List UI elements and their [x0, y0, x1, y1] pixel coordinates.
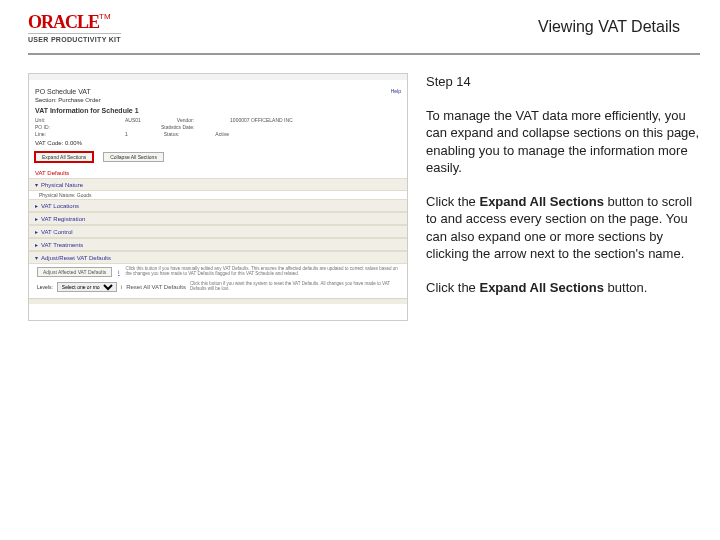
- reset-all-vat-defaults-button[interactable]: Reset All VAT Defaults: [126, 284, 186, 290]
- instruction-p3: Click the Expand All Sections button.: [426, 279, 700, 297]
- vendor-value: 1000007 OFFICELAND INC: [230, 117, 293, 123]
- upk-subtitle: USER PRODUCTIVITY KIT: [28, 33, 121, 43]
- po-schedule-title: PO Schedule VAT: [29, 88, 407, 95]
- chevron-right-icon: ▸: [35, 242, 38, 248]
- header: ORACLETM USER PRODUCTIVITY KIT Viewing V…: [0, 0, 720, 47]
- oracle-upk-logo: ORACLETM USER PRODUCTIVITY KIT: [28, 12, 121, 43]
- section-label: Physical Nature: [41, 182, 83, 188]
- footer-bar: [29, 298, 407, 304]
- app-screenshot: PO Schedule VAT Help Section: Purchase O…: [28, 73, 408, 321]
- status-value: Active: [215, 131, 229, 137]
- instruction-column: Step 14 To manage the VAT data more effi…: [426, 73, 700, 321]
- section-vat-locations[interactable]: ▸VAT Locations: [29, 199, 407, 212]
- adjust-defaults-row: Adjust Affected VAT Defaults i Click thi…: [29, 264, 407, 280]
- section-vat-control[interactable]: ▸VAT Control: [29, 225, 407, 238]
- chevron-right-icon: ▸: [35, 229, 38, 235]
- instruction-p2: Click the Expand All Sections button to …: [426, 193, 700, 263]
- expand-collapse-row: Expand All Sections Collapse All Section…: [29, 148, 407, 166]
- collapse-all-sections-button[interactable]: Collapse All Sections: [103, 152, 164, 162]
- content-body: PO Schedule VAT Help Section: Purchase O…: [0, 55, 720, 321]
- oracle-logo: ORACLE: [28, 12, 99, 32]
- section-physical-nature[interactable]: ▾Physical Nature: [29, 178, 407, 191]
- trademark: TM: [99, 12, 111, 21]
- levels-label: Levels:: [37, 284, 53, 290]
- screenshot-column: PO Schedule VAT Help Section: Purchase O…: [28, 73, 408, 321]
- line-value: 1: [125, 131, 128, 137]
- reset-help-text: Click this button if you want the system…: [190, 282, 399, 292]
- po-id-label: PO ID:: [35, 124, 89, 130]
- instruction-p1: To manage the VAT data more efficiently,…: [426, 107, 700, 177]
- adjust-help-text: Click this button if you have manually e…: [125, 267, 399, 277]
- physical-nature-value: Physical Nature: Goods: [29, 191, 407, 199]
- info-icon[interactable]: i: [118, 269, 119, 275]
- section-label: VAT Treatments: [41, 242, 83, 248]
- help-link[interactable]: Help: [391, 88, 401, 94]
- chevron-right-icon: ▸: [35, 203, 38, 209]
- section-label: VAT Locations: [41, 203, 79, 209]
- info-icon[interactable]: i: [121, 284, 122, 290]
- vat-rate: VAT Code: 0.00%: [29, 138, 407, 148]
- expand-all-sections-button[interactable]: Expand All Sections: [35, 152, 93, 162]
- breadcrumb: [29, 80, 407, 88]
- unit-label: Unit:: [35, 117, 89, 123]
- chevron-right-icon: ▸: [35, 216, 38, 222]
- section-label: VAT Control: [41, 229, 73, 235]
- expand-all-bold: Expand All Sections: [479, 280, 604, 295]
- line-label: Line:: [35, 131, 89, 137]
- chevron-down-icon: ▾: [35, 182, 38, 188]
- levels-select[interactable]: Select one or more levels: [57, 282, 117, 292]
- adjust-affected-vat-defaults-button[interactable]: Adjust Affected VAT Defaults: [37, 267, 112, 277]
- levels-row: Levels: Select one or more levels i Rese…: [29, 280, 407, 292]
- vat-info-heading: VAT Information for Schedule 1: [29, 103, 407, 116]
- unit-value: AUS01: [125, 117, 141, 123]
- section-vat-registration[interactable]: ▸VAT Registration: [29, 212, 407, 225]
- section-label: Adjust/Reset VAT Defaults: [41, 255, 111, 261]
- section-label: VAT Registration: [41, 216, 85, 222]
- section-subtitle: Section: Purchase Order: [29, 95, 407, 103]
- section-vat-treatments[interactable]: ▸VAT Treatments: [29, 238, 407, 251]
- chevron-down-icon: ▾: [35, 255, 38, 261]
- page-title: Viewing VAT Details: [538, 18, 680, 36]
- vendor-label: Vendor:: [177, 117, 194, 123]
- details-grid: Unit: AUS01 Vendor: 1000007 OFFICELAND I…: [29, 117, 407, 137]
- stats-date-label: Statistics Date:: [161, 124, 194, 130]
- section-adjust-reset-defaults[interactable]: ▾Adjust/Reset VAT Defaults: [29, 251, 407, 264]
- vat-defaults-heading: VAT Defaults: [29, 166, 407, 178]
- step-number: Step 14: [426, 73, 700, 91]
- status-label: Status:: [164, 131, 180, 137]
- expand-all-bold: Expand All Sections: [479, 194, 604, 209]
